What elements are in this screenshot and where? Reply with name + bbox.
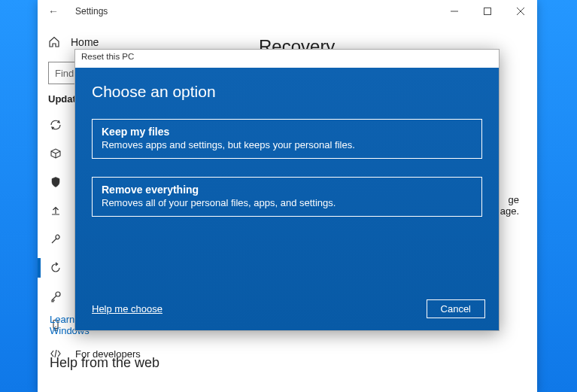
wrench-icon — [50, 233, 62, 245]
window-titlebar: ← Settings — [38, 0, 537, 23]
maximize-button[interactable] — [471, 0, 504, 23]
upload-icon — [50, 205, 62, 217]
close-button[interactable] — [504, 0, 537, 23]
home-icon — [48, 36, 60, 48]
option-remove-everything[interactable]: Remove everything Removes all of your pe… — [92, 177, 482, 217]
svg-rect-1 — [484, 8, 491, 15]
option-desc: Removes all of your personal files, apps… — [102, 197, 472, 208]
window-title: Settings — [75, 6, 438, 17]
shield-icon — [50, 176, 62, 188]
back-button[interactable]: ← — [48, 5, 62, 17]
close-icon — [517, 8, 524, 15]
option-title: Keep my files — [102, 126, 472, 138]
recovery-icon — [50, 262, 62, 274]
search-placeholder-text: Find — [55, 68, 74, 79]
option-keep-my-files[interactable]: Keep my files Removes apps and settings,… — [92, 119, 482, 159]
content-text-fragment: ge age. — [500, 194, 519, 217]
dialog-title: Reset this PC — [75, 50, 499, 68]
minimize-icon — [451, 8, 458, 15]
cancel-button[interactable]: Cancel — [427, 299, 485, 318]
dialog-heading: Choose an option — [92, 83, 482, 101]
key-icon — [50, 290, 62, 302]
reset-pc-dialog: Reset this PC Choose an option Keep my f… — [74, 49, 500, 331]
option-title: Remove everything — [102, 184, 472, 196]
help-me-choose-link[interactable]: Help me choose — [92, 303, 162, 315]
minimize-button[interactable] — [438, 0, 471, 23]
option-desc: Removes apps and settings, but keeps you… — [102, 139, 472, 150]
maximize-icon — [484, 8, 491, 15]
sync-icon — [50, 119, 62, 131]
sidebar-home-label: Home — [71, 36, 99, 48]
delivery-icon — [50, 147, 62, 160]
